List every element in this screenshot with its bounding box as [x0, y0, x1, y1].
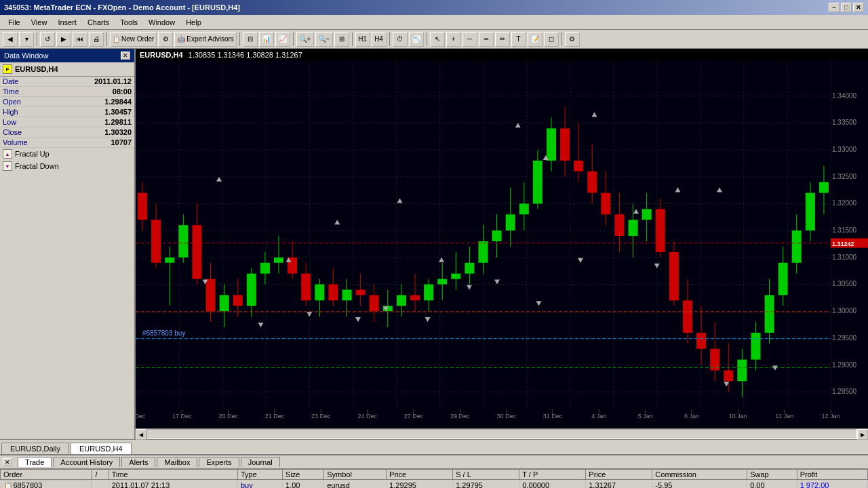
- refresh-button[interactable]: ↺: [40, 32, 55, 47]
- terminal-content: Order / Time Type Size Symbol Price S / …: [0, 469, 868, 488]
- menu-insert[interactable]: Insert: [52, 17, 82, 28]
- tab-eurusd-h4[interactable]: EURUSD,H4: [71, 443, 132, 454]
- settings-button[interactable]: ⚙: [565, 32, 580, 47]
- chart-ohlc: 1.30835 1.31346 1.30828 1.31267: [189, 51, 302, 59]
- price-chart[interactable]: [136, 61, 868, 428]
- label-low: Low: [0, 117, 41, 127]
- period-h1[interactable]: H1: [355, 32, 370, 47]
- trade-type: buy: [237, 480, 282, 489]
- maximize-button[interactable]: □: [841, 3, 852, 12]
- label-date: Date: [0, 77, 41, 87]
- value-open: 1.29844: [41, 97, 134, 107]
- col-tp: T / P: [519, 470, 586, 480]
- col-sl: S / L: [453, 470, 519, 480]
- chart-scroll: ◀ ▶: [136, 428, 868, 439]
- trade-table: Order / Time Type Size Symbol Price S / …: [0, 469, 868, 488]
- fractal-up-icon: ▲: [3, 149, 12, 159]
- print-button[interactable]: 🖨: [89, 32, 104, 47]
- indicator-fractal-down: ▼ Fractal Down: [0, 160, 134, 172]
- scroll-track[interactable]: [146, 429, 857, 439]
- col-price: Price: [387, 470, 453, 480]
- col-type: Type: [237, 470, 282, 480]
- trade-sl: 1.29795: [453, 480, 519, 489]
- autotrade-button[interactable]: ⚙: [158, 32, 173, 47]
- cursor-button[interactable]: ↖: [430, 32, 445, 47]
- chart-header: EURUSD,H4 1.30835 1.31346 1.30828 1.3126…: [136, 49, 868, 61]
- back-button[interactable]: ◀: [3, 32, 18, 47]
- data-row-close: Close 1.30320: [0, 127, 134, 138]
- trade-tp: 0.00000: [519, 480, 586, 489]
- trade-slash: [92, 480, 108, 489]
- menu-file[interactable]: File: [3, 17, 26, 28]
- dropdown-button[interactable]: ▾: [19, 32, 34, 47]
- trade-commission: -5.95: [652, 480, 747, 489]
- label-high: High: [0, 107, 41, 117]
- col-symbol: Symbol: [324, 470, 387, 480]
- textbox-button[interactable]: 📝: [528, 32, 542, 47]
- menu-charts[interactable]: Charts: [82, 17, 115, 28]
- data-window-header: Data Window ✕: [0, 49, 134, 62]
- text-button[interactable]: T: [511, 32, 526, 47]
- data-window: Data Window ✕ F EURUSD,H4 Date 2011.01.1…: [0, 49, 136, 439]
- separator-5: [352, 33, 353, 46]
- term-tab-mailbox[interactable]: Mailbox: [157, 457, 197, 467]
- trade-time: 2011.01.07 21:13: [108, 480, 237, 489]
- indicator-button[interactable]: 📉: [409, 32, 424, 47]
- term-tab-account-history[interactable]: Account History: [53, 457, 120, 467]
- trade-symbol: eurusd: [324, 480, 387, 489]
- zoom-out[interactable]: 🔍−: [315, 32, 333, 47]
- new-order-button[interactable]: 📋 New Order: [110, 32, 157, 47]
- scroll-left-button[interactable]: ◀: [136, 429, 146, 440]
- forward-button[interactable]: ▶: [56, 32, 71, 47]
- menu-help[interactable]: Help: [180, 17, 207, 28]
- toolbar: ◀ ▾ ↺ ▶ ⏮ 🖨 📋 New Order ⚙ 🤖 Expert Advis…: [0, 30, 868, 49]
- chart-canvas-area[interactable]: [136, 61, 868, 428]
- fractal-down-icon: ▼: [3, 161, 12, 171]
- hline-button[interactable]: ━: [479, 32, 494, 47]
- indicator-fractal-up: ▲ Fractal Up: [0, 148, 134, 160]
- col-swap: Swap: [747, 470, 797, 480]
- terminal-area: ✕ Trade Account History Alerts Mailbox E…: [0, 454, 868, 488]
- separator-7: [427, 33, 427, 46]
- zoom-fix[interactable]: ⊞: [334, 32, 349, 47]
- col-time: Time: [108, 470, 237, 480]
- crosshair-button[interactable]: +: [446, 32, 461, 47]
- history-button[interactable]: ⏮: [73, 32, 87, 47]
- fractal-down-label: Fractal Down: [15, 162, 59, 170]
- col-slash: /: [92, 470, 108, 480]
- value-close: 1.30320: [41, 127, 134, 138]
- chart-type-1[interactable]: ⊟: [243, 32, 258, 47]
- pen-button[interactable]: ✏: [495, 32, 510, 47]
- term-tab-journal[interactable]: Journal: [241, 457, 280, 467]
- chart-type-2[interactable]: 📊: [259, 32, 274, 47]
- scroll-right-button[interactable]: ▶: [857, 429, 868, 440]
- col-order: Order: [1, 470, 92, 480]
- terminal-close-button[interactable]: ✕: [3, 458, 12, 466]
- data-window-title: Data Window: [4, 52, 48, 60]
- expert-advisors-button[interactable]: 🤖 Expert Advisors: [174, 32, 236, 47]
- line-button[interactable]: ─: [462, 32, 477, 47]
- chart-container[interactable]: EURUSD,H4 1.30835 1.31346 1.30828 1.3126…: [136, 49, 868, 439]
- data-row-open: Open 1.29844: [0, 97, 134, 107]
- trade-row: 📋 6857803 2011.01.07 21:13 buy 1.00 euru…: [1, 480, 868, 489]
- zoom-in[interactable]: 🔍+: [296, 32, 314, 47]
- chart-type-3[interactable]: 📈: [275, 32, 290, 47]
- template-button[interactable]: ⏱: [393, 32, 408, 47]
- menu-view[interactable]: View: [26, 17, 53, 28]
- minimize-button[interactable]: −: [829, 3, 840, 12]
- data-window-close-button[interactable]: ✕: [121, 52, 130, 60]
- period-h4[interactable]: H4: [372, 32, 387, 47]
- term-tab-trade[interactable]: Trade: [18, 457, 52, 467]
- data-table: Date 2011.01.12 Time 08:00 Open 1.29844 …: [0, 77, 134, 148]
- tab-eurusd-daily[interactable]: EURUSD,Daily: [1, 443, 69, 454]
- menu-tools[interactable]: Tools: [115, 17, 143, 28]
- term-tab-alerts[interactable]: Alerts: [121, 457, 155, 467]
- value-time: 08:00: [41, 87, 134, 97]
- menu-window[interactable]: Window: [143, 17, 180, 28]
- close-button[interactable]: ✕: [853, 3, 864, 12]
- shapes-button[interactable]: ◻: [544, 32, 559, 47]
- term-tab-experts[interactable]: Experts: [199, 457, 239, 467]
- symbol-row: F EURUSD,H4: [0, 62, 134, 77]
- label-close: Close: [0, 127, 41, 138]
- col-current-price: Price: [586, 470, 652, 480]
